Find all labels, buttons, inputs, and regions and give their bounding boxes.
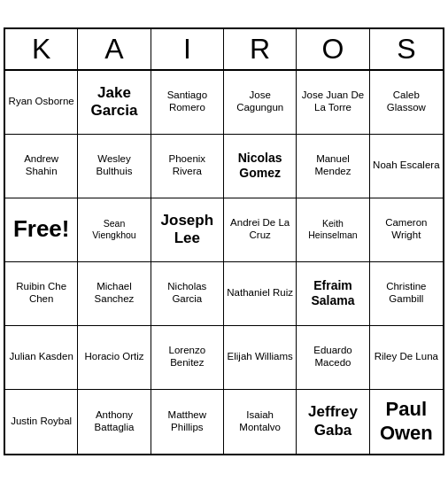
bingo-cell: Lorenzo Benitez [151,326,224,390]
bingo-cell: Keith Heinselman [297,198,369,262]
bingo-cell: Julian Kasden [5,326,78,390]
bingo-cell: Sean Viengkhou [78,198,151,262]
bingo-cell: Nathaniel Ruiz [224,262,297,326]
bingo-cell: Joseph Lee [151,198,224,262]
bingo-cell: Jose Juan De La Torre [297,71,369,135]
bingo-cell: Ruibin Che Chen [5,262,78,326]
bingo-cell: Andrew Shahin [5,135,78,198]
bingo-cell: Jake Garcia [78,71,151,135]
bingo-cell: Noah Escalera [370,135,443,198]
bingo-cell: Paul Owen [370,390,443,454]
bingo-cell: Nicholas Garcia [151,262,224,326]
bingo-cell: Isaiah Montalvo [224,390,297,454]
bingo-cell: Michael Sanchez [78,262,151,326]
bingo-cell: Horacio Ortiz [78,326,151,390]
bingo-cell: Justin Roybal [5,390,78,454]
header-letter: I [151,29,224,69]
bingo-cell: Matthew Phillips [151,390,224,454]
bingo-cell: Caleb Glassow [370,71,443,135]
bingo-cell: Wesley Bulthuis [78,135,151,198]
header-letter: A [78,29,151,69]
bingo-cell: Efraim Salama [297,262,369,326]
bingo-cell: Eduardo Macedo [297,326,369,390]
bingo-cell: Anthony Battaglia [78,390,151,454]
bingo-cell: Jeffrey Gaba [297,390,369,454]
bingo-cell: Cameron Wright [370,198,443,262]
bingo-cell: Santiago Romero [151,71,224,135]
bingo-header: KAIROS [5,29,443,71]
bingo-cell: Phoenix Rivera [151,135,224,198]
bingo-cell: Christine Gambill [370,262,443,326]
bingo-grid: Ryan OsborneJake GarciaSantiago RomeroJo… [5,71,443,454]
bingo-cell: Riley De Luna [370,326,443,390]
bingo-cell: Nicolas Gomez [224,135,297,198]
header-letter: O [297,29,369,69]
header-letter: K [5,29,78,69]
bingo-cell: Jose Cagungun [224,71,297,135]
header-letter: R [224,29,297,69]
bingo-cell: Free! [5,198,78,262]
bingo-card: KAIROS Ryan OsborneJake GarciaSantiago R… [4,27,444,455]
bingo-cell: Elijah Williams [224,326,297,390]
bingo-cell: Manuel Mendez [297,135,369,198]
bingo-cell: Andrei De La Cruz [224,198,297,262]
header-letter: S [370,29,443,69]
bingo-cell: Ryan Osborne [5,71,78,135]
